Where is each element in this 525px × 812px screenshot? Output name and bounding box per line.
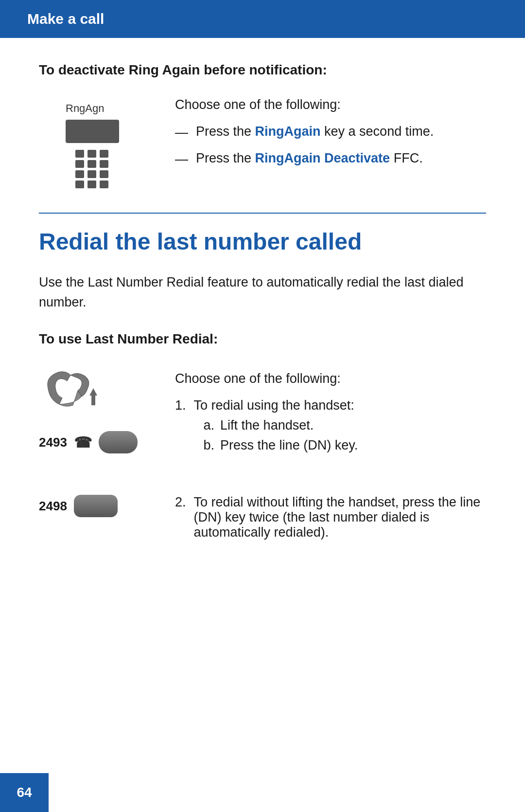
bullet-text-2: Press the RingAgain Deactivate FFC.	[196, 151, 423, 166]
lnr-layout: 2493 ☎ Choose one of the following: 1. T…	[39, 366, 486, 467]
key-dot	[100, 180, 108, 188]
key-dot	[88, 170, 96, 178]
key-dot	[75, 170, 84, 178]
bullet-item-1: — Press the RingAgain key a second time.	[175, 124, 486, 140]
sub-item-a: a. Lift the handset.	[204, 418, 358, 433]
item2-text: To redial without lifting the handset, p…	[194, 495, 486, 540]
ringagain-highlight: RingAgain	[255, 124, 321, 139]
sub-letter-b: b.	[204, 438, 215, 453]
header-title: Make a call	[27, 11, 104, 27]
num-2: 2.	[175, 495, 186, 510]
dn-row-1: 2493 ☎	[39, 431, 138, 453]
numbered-item-1: 1. To redial using the handset: a. Lift …	[175, 398, 486, 458]
section2-body: Use the Last Number Redial feature to au…	[39, 272, 486, 312]
sub-text-a: Lift the handset.	[220, 418, 314, 433]
sub-item-b: b. Press the line (DN) key.	[204, 438, 358, 453]
section1-choose-text: Choose one of the following:	[175, 97, 486, 112]
handset-illustration	[39, 366, 112, 413]
dn-key-button-2	[74, 495, 118, 517]
key-dot	[88, 180, 96, 188]
phone-icon: ☎	[74, 434, 92, 451]
phone-screen	[66, 120, 119, 143]
key-dot	[88, 160, 96, 168]
numbered-item-2: 2. To redial without lifting the handset…	[175, 491, 486, 540]
rngagn-label: RngAgn	[66, 102, 105, 115]
item1-text: To redial using the handset:	[194, 398, 354, 413]
keypad	[75, 150, 109, 188]
item2-row: 2498 2. To redial without lifting the ha…	[39, 491, 486, 549]
item2-left: 2498	[39, 491, 146, 517]
bullet-item-2: — Press the RingAgain Deactivate FFC.	[175, 151, 486, 167]
phone-device: RngAgn	[66, 102, 119, 188]
key-dot	[75, 180, 84, 188]
section-divider	[39, 213, 486, 214]
key-dot	[75, 150, 84, 158]
key-dot	[88, 150, 96, 158]
key-dot	[100, 170, 108, 178]
header-bar: Make a call	[0, 0, 525, 38]
dash-2: —	[175, 152, 188, 167]
svg-marker-0	[89, 388, 97, 405]
section1-instructions: Choose one of the following: — Press the…	[175, 97, 486, 178]
section2-title: Redial the last number called	[39, 228, 486, 255]
dn-key-button-1	[99, 431, 138, 453]
footer-bar: 64	[0, 773, 49, 812]
key-dot	[75, 160, 84, 168]
lnr-choose-text: Choose one of the following:	[175, 371, 486, 386]
sub-text-b: Press the line (DN) key.	[220, 438, 358, 453]
sub-list-1: a. Lift the handset. b. Press the line (…	[204, 418, 358, 453]
main-content: To deactivate Ring Again before notifica…	[0, 38, 525, 607]
lnr-right-col: Choose one of the following: 1. To redia…	[175, 366, 486, 467]
ringagain-deactivate-highlight: RingAgain Deactivate	[255, 151, 390, 165]
dash-1: —	[175, 125, 188, 140]
num-1: 1.	[175, 398, 186, 413]
dn-label-1: 2493	[39, 435, 67, 450]
sub-letter-a: a.	[204, 418, 215, 433]
page-number: 64	[17, 785, 32, 800]
numbered-item-1-content: To redial using the handset: a. Lift the…	[194, 398, 358, 458]
bullet-text-1: Press the RingAgain key a second time.	[196, 124, 434, 139]
lnr-left-col: 2493 ☎	[39, 366, 146, 453]
phone-device-illustration: RngAgn	[39, 97, 146, 188]
dn-label-2: 2498	[39, 499, 67, 514]
key-dot	[100, 160, 108, 168]
key-dot	[100, 150, 108, 158]
section1-heading: To deactivate Ring Again before notifica…	[39, 62, 486, 78]
section2-heading: To use Last Number Redial:	[39, 331, 486, 347]
handset-svg	[39, 366, 112, 413]
section1-layout: RngAgn Choos	[39, 97, 486, 188]
